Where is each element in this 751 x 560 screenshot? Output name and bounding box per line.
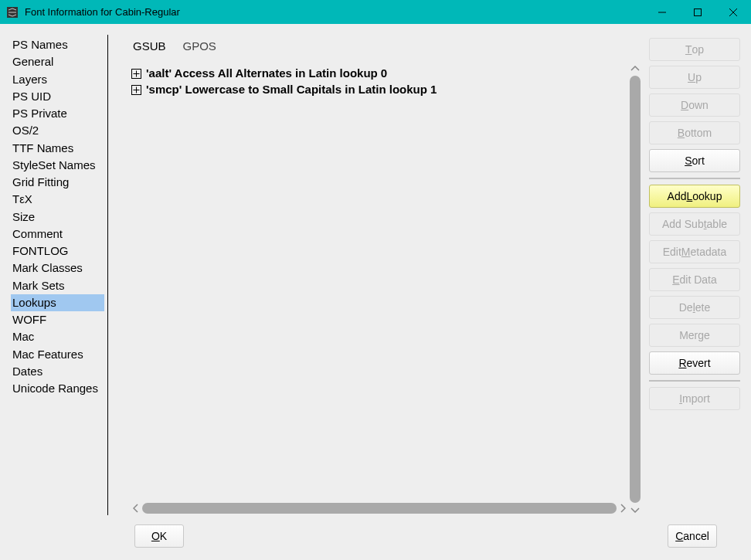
down-post: own (688, 99, 709, 111)
tabs: GSUBGPOS (131, 39, 641, 63)
window-controls (644, 0, 751, 24)
scroll-right-icon[interactable] (618, 501, 627, 515)
sidebar-item-os-2[interactable]: OS/2 (11, 122, 104, 139)
lookup-label: 'aalt' Access All Alternates in Latin lo… (146, 66, 387, 80)
sidebar-item-size[interactable]: Size (11, 209, 104, 226)
add_subtable-pre: Add Sub (662, 218, 704, 230)
lookup-list[interactable]: 'aalt' Access All Alternates in Latin lo… (131, 63, 627, 500)
lookup-label: 'smcp' Lowercase to Small Capitals in La… (146, 83, 437, 96)
close-button[interactable] (715, 0, 751, 24)
revert-button[interactable]: Revert (649, 351, 740, 375)
sidebar-item-t-x[interactable]: TεX (11, 191, 104, 208)
cancel-button[interactable]: Cancel (668, 524, 717, 548)
merge-pre: Mer (679, 329, 698, 341)
bottom-ul: B (678, 127, 685, 139)
sidebar-item-layers[interactable]: Layers (11, 71, 104, 88)
bottom-post: ottom (685, 127, 712, 139)
titlebar: Font Information for Cabin-Regular (0, 0, 751, 24)
sidebar-item-ps-private[interactable]: PS Private (11, 105, 104, 122)
vscroll-track[interactable] (630, 76, 641, 503)
app-icon (6, 6, 19, 19)
action-buttons: TopUpDownBottomSortAdd LookupAdd Subtabl… (641, 35, 740, 515)
scroll-left-icon[interactable] (131, 501, 141, 515)
center-panel: GSUBGPOS 'aalt' Access All Alternates in… (108, 35, 641, 515)
expand-icon[interactable] (131, 68, 141, 78)
edit-metadata-button: Edit Metadata (649, 240, 740, 263)
revert-post: evert (687, 357, 711, 369)
svg-rect-2 (695, 8, 702, 15)
list-content: 'aalt' Access All Alternates in Latin lo… (131, 63, 627, 515)
content-area: PS NamesGeneralLayersPS UIDPS PrivateOS/… (0, 24, 751, 560)
sidebar-item-mark-sets[interactable]: Mark Sets (11, 277, 104, 294)
scroll-down-icon[interactable] (629, 504, 641, 515)
edit_data-post: dit Data (680, 273, 717, 286)
delete-post: ete (695, 301, 710, 314)
sidebar-item-dates[interactable]: Dates (11, 363, 104, 380)
sort-post: ort (692, 154, 705, 167)
down-button: Down (649, 93, 740, 117)
ok-ul: O (151, 530, 160, 542)
top-button: Top (649, 38, 740, 61)
separator (649, 178, 740, 179)
sidebar: PS NamesGeneralLayersPS UIDPS PrivateOS/… (11, 35, 108, 515)
up-post: p (695, 71, 702, 83)
lookup-row[interactable]: 'aalt' Access All Alternates in Latin lo… (131, 65, 627, 81)
sidebar-item-woff[interactable]: WOFF (11, 311, 104, 328)
sidebar-item-unicode-ranges[interactable]: Unicode Ranges (11, 380, 104, 397)
ok-button[interactable]: OK (134, 524, 184, 548)
horizontal-scrollbar[interactable] (131, 501, 627, 515)
tab-gsub[interactable]: GSUB (133, 39, 166, 53)
sidebar-item-lookups[interactable]: Lookups (11, 294, 104, 311)
tab-gpos[interactable]: GPOS (183, 39, 216, 53)
merge-button: Merge (649, 324, 740, 347)
top-ul: T (685, 43, 692, 56)
delete-button: Delete (649, 296, 740, 319)
list-area: 'aalt' Access All Alternates in Latin lo… (131, 63, 641, 515)
sidebar-item-ps-uid[interactable]: PS UID (11, 88, 104, 105)
add_lookup-post: ookup (692, 190, 722, 202)
up-ul: U (688, 71, 695, 83)
bottom-button: Bottom (649, 121, 740, 144)
sidebar-item-grid-fitting[interactable]: Grid Fitting (11, 174, 104, 191)
expand-icon[interactable] (131, 84, 141, 94)
maximize-button[interactable] (680, 0, 715, 24)
add_subtable-post: able (707, 218, 727, 230)
cancel-post: ancel (683, 530, 709, 542)
sidebar-item-ps-names[interactable]: PS Names (11, 36, 104, 53)
sidebar-item-fontlog[interactable]: FONTLOG (11, 243, 104, 260)
edit_metadata-pre: Edit (663, 246, 681, 258)
sort-ul: S (685, 154, 692, 167)
main-panel: PS NamesGeneralLayersPS UIDPS PrivateOS/… (11, 35, 740, 515)
sort-button[interactable]: Sort (649, 149, 740, 172)
sidebar-item-comment[interactable]: Comment (11, 226, 104, 243)
edit_metadata-ul: M (681, 246, 691, 258)
add-subtable-button: Add Subtable (649, 212, 740, 236)
vertical-scrollbar[interactable] (629, 63, 641, 515)
import-button: Import (649, 387, 740, 410)
import-post: mport (682, 392, 710, 405)
revert-ul: R (678, 357, 686, 369)
ok-post: K (160, 530, 167, 542)
separator (649, 380, 740, 382)
top-post: op (692, 43, 704, 56)
merge-post: e (704, 329, 710, 341)
delete-pre: De (679, 301, 693, 314)
cancel-ul: C (675, 530, 683, 542)
scroll-up-icon[interactable] (629, 63, 641, 74)
edit_metadata-post: etadata (691, 246, 727, 258)
sidebar-item-mac[interactable]: Mac (11, 328, 104, 345)
sidebar-item-styleset-names[interactable]: StyleSet Names (11, 157, 104, 174)
sidebar-item-mark-classes[interactable]: Mark Classes (11, 260, 104, 277)
footer: OK Cancel (11, 515, 740, 552)
sidebar-item-general[interactable]: General (11, 53, 104, 70)
sidebar-item-ttf-names[interactable]: TTF Names (11, 140, 104, 157)
add-lookup-button[interactable]: Add Lookup (649, 185, 740, 208)
lookup-row[interactable]: 'smcp' Lowercase to Small Capitals in La… (131, 81, 627, 97)
hscroll-track[interactable] (142, 503, 617, 514)
down-ul: D (681, 99, 688, 111)
merge-ul: g (698, 329, 704, 341)
up-button: Up (649, 66, 740, 89)
edit-data-button: Edit Data (649, 268, 740, 291)
sidebar-item-mac-features[interactable]: Mac Features (11, 346, 104, 363)
minimize-button[interactable] (644, 0, 680, 24)
